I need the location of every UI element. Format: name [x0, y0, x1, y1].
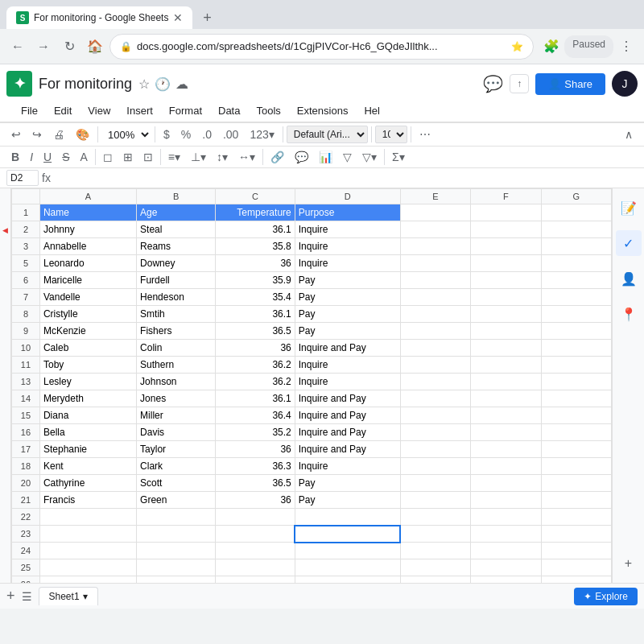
cell-name[interactable]: Toby	[39, 357, 136, 374]
borders-button[interactable]: ⊞	[118, 147, 138, 167]
cell-name[interactable]: Johnny	[39, 221, 136, 238]
cell-e[interactable]	[400, 424, 470, 441]
tab-close-button[interactable]: ✕	[173, 11, 183, 24]
document-title[interactable]: For monitoring	[39, 76, 132, 93]
cell-e[interactable]	[400, 441, 470, 458]
wrap-button[interactable]: ↔▾	[233, 147, 260, 167]
cell-purpose[interactable]: Inquire and Pay	[295, 407, 400, 424]
cell-temp[interactable]: 35.9	[216, 272, 295, 289]
cell-purpose[interactable]: Pay	[295, 306, 400, 323]
italic-button[interactable]: I	[25, 147, 38, 167]
cell-temp[interactable]: 36.1	[216, 221, 295, 238]
menu-edit[interactable]: Edit	[46, 101, 80, 120]
cell-age[interactable]	[137, 526, 216, 543]
cell-purpose[interactable]	[295, 576, 400, 584]
star-icon[interactable]: ☆	[138, 76, 150, 92]
header-name[interactable]: Name	[39, 204, 136, 221]
new-tab-button[interactable]: +	[196, 6, 218, 29]
sidebar-contacts-icon[interactable]: 👤	[616, 266, 642, 291]
cell-g[interactable]	[541, 221, 611, 238]
history-icon[interactable]: 🕐	[155, 76, 171, 92]
cell-name[interactable]	[39, 576, 136, 584]
cell-temp[interactable]: 36	[216, 340, 295, 357]
cell-temp[interactable]: 36.3	[216, 458, 295, 475]
cell-e[interactable]	[400, 526, 470, 543]
share-button[interactable]: 👤 Share	[535, 73, 605, 95]
cell-1f[interactable]	[471, 204, 541, 221]
decrease-decimal-button[interactable]: .0	[197, 125, 217, 144]
sidebar-notes-icon[interactable]: 📝	[616, 195, 642, 221]
add-sheet-button[interactable]: +	[6, 588, 15, 605]
cell-purpose[interactable]: Inquire	[295, 374, 400, 390]
cell-f[interactable]	[471, 221, 541, 238]
cell-g[interactable]	[541, 390, 611, 407]
filter-button[interactable]: ▽	[338, 147, 357, 167]
cell-e[interactable]	[400, 576, 470, 584]
cell-purpose[interactable]: Inquire and Pay	[295, 340, 400, 357]
filter-views-button[interactable]: ▽▾	[357, 147, 382, 167]
cell-temp[interactable]: 36.1	[216, 390, 295, 407]
cell-g[interactable]	[541, 289, 611, 306]
cell-name[interactable]	[39, 559, 136, 576]
cell-purpose[interactable]	[295, 559, 400, 576]
cell-name[interactable]: Vandelle	[39, 289, 136, 306]
cell-temp[interactable]	[216, 526, 295, 543]
browser-tab[interactable]: S For monitoring - Google Sheets ✕	[6, 6, 192, 29]
cell-purpose[interactable]: Inquire	[295, 221, 400, 238]
cell-age[interactable]	[137, 509, 216, 526]
menu-insert[interactable]: Insert	[118, 101, 161, 120]
cell-f[interactable]	[471, 289, 541, 306]
cell-age[interactable]: Colin	[137, 340, 216, 357]
col-header-b[interactable]: B	[137, 189, 216, 204]
cell-e[interactable]	[400, 340, 470, 357]
underline-button[interactable]: U	[39, 147, 56, 167]
menu-tools[interactable]: Tools	[248, 101, 288, 120]
cell-e[interactable]	[400, 543, 470, 559]
cell-f[interactable]	[471, 374, 541, 390]
col-header-c[interactable]: C	[216, 189, 295, 204]
cell-age[interactable]: Furdell	[137, 272, 216, 289]
header-age[interactable]: Age	[137, 204, 216, 221]
cell-e[interactable]	[400, 407, 470, 424]
cell-name[interactable]: McKenzie	[39, 323, 136, 340]
cell-f[interactable]	[471, 323, 541, 340]
comment-toolbar-button[interactable]: 💬	[290, 147, 313, 167]
cell-f[interactable]	[471, 492, 541, 509]
cell-age[interactable]: Davis	[137, 424, 216, 441]
forward-button[interactable]: →	[32, 35, 55, 58]
cell-purpose[interactable]	[295, 509, 400, 526]
valign-button[interactable]: ⊥▾	[186, 147, 211, 167]
cell-g[interactable]	[541, 526, 611, 543]
menu-file[interactable]: File	[13, 101, 46, 120]
col-header-a[interactable]: A	[39, 189, 136, 204]
cell-temp[interactable]: 36.4	[216, 407, 295, 424]
cloud-icon[interactable]: ☁	[175, 76, 188, 92]
cell-g[interactable]	[541, 323, 611, 340]
sidebar-tasks-icon[interactable]: ✓	[616, 230, 642, 256]
cell-name[interactable]: Cristylle	[39, 306, 136, 323]
cell-g[interactable]	[541, 424, 611, 441]
cell-purpose[interactable]: Pay	[295, 272, 400, 289]
cell-g[interactable]	[541, 374, 611, 390]
cell-age[interactable]: Reams	[137, 238, 216, 255]
cell-name[interactable]	[39, 543, 136, 559]
cell-temp[interactable]	[216, 559, 295, 576]
cell-e[interactable]	[400, 289, 470, 306]
sheet-list-button[interactable]: ☰	[22, 590, 32, 603]
cell-g[interactable]	[541, 509, 611, 526]
cell-name[interactable]: Francis	[39, 492, 136, 509]
cell-age[interactable]: Jones	[137, 390, 216, 407]
cell-temp[interactable]: 36	[216, 441, 295, 458]
cell-age[interactable]: Suthern	[137, 357, 216, 374]
cell-g[interactable]	[541, 272, 611, 289]
align-button[interactable]: ≡▾	[163, 147, 185, 167]
cell-g[interactable]	[541, 340, 611, 357]
cell-e[interactable]	[400, 390, 470, 407]
cell-name[interactable]: Merydeth	[39, 390, 136, 407]
cell-temp[interactable]: 36.5	[216, 475, 295, 492]
formula-fn-icon[interactable]: fx	[42, 171, 51, 184]
cell-temp[interactable]: 36.2	[216, 374, 295, 390]
cell-g[interactable]	[541, 441, 611, 458]
cell-purpose[interactable]	[295, 543, 400, 559]
col-header-f[interactable]: F	[471, 189, 541, 204]
